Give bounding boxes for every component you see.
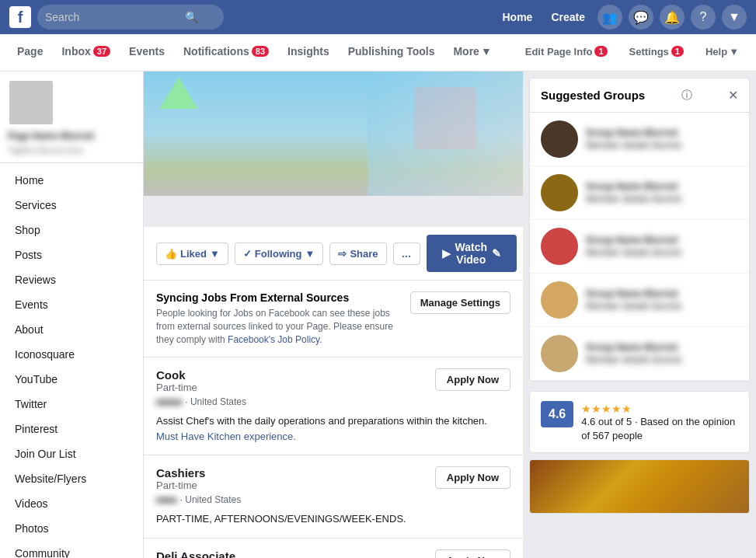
suggested-group-item-4: Group Name Blurred Member details blurre… — [530, 274, 749, 327]
messenger-icon[interactable]: 💬 — [629, 5, 653, 30]
job-info-cook: Cook Part-time ■■■■■ · United States — [156, 368, 246, 407]
sidebar-item-join-our-list[interactable]: Join Our List — [0, 441, 143, 466]
tab-more[interactable]: More ▼ — [444, 34, 500, 71]
apply-button-cashiers[interactable]: Apply Now — [435, 466, 510, 489]
create-nav-link[interactable]: Create — [545, 8, 591, 26]
top-nav-right: Home Create 👥 💬 🔔 ? ▼ — [496, 5, 747, 30]
page-tab-bar: Page Inbox 37 Events Notifications 83 In… — [0, 34, 756, 71]
tab-inbox[interactable]: Inbox 37 — [52, 34, 120, 71]
following-button[interactable]: ✓ Following ▼ — [235, 242, 324, 265]
following-chevron-icon: ▼ — [305, 248, 315, 260]
bell-icon[interactable]: 🔔 — [660, 5, 685, 30]
must-have-link[interactable]: Must Have Kitchen experience. — [156, 431, 296, 442]
group-avatar-3 — [541, 228, 578, 265]
job-policy-link[interactable]: Facebook's Job Policy. — [228, 334, 322, 345]
search-bar-container: 🔍 — [37, 5, 224, 30]
sidebar-item-services[interactable]: Services — [0, 193, 143, 218]
share-icon: ⇨ — [338, 248, 347, 260]
chevron-down-icon[interactable]: ▼ — [722, 5, 747, 30]
tab-publishing-tools[interactable]: Publishing Tools — [339, 34, 444, 71]
right-sidebar: Suggested Groups ⓘ ✕ Group Name Blurred … — [523, 71, 756, 558]
info-icon: ⓘ — [681, 89, 692, 103]
home-nav-link[interactable]: Home — [496, 8, 539, 26]
following-check-icon: ✓ — [243, 248, 252, 260]
sidebar-item-reviews[interactable]: Reviews — [0, 267, 143, 292]
watch-video-button[interactable]: ▶ Watch Video ✎ — [427, 235, 517, 272]
job-info-cashiers: Cashiers Part-time ■■■■ · United States — [156, 466, 241, 505]
sidebar-item-posts[interactable]: Posts — [0, 242, 143, 267]
syncing-title: Syncing Jobs From External Sources — [156, 291, 401, 304]
job-company-cashiers: ■■■■ — [156, 495, 177, 504]
sidebar-item-youtube[interactable]: YouTube — [0, 367, 143, 392]
job-type-cook: Part-time — [156, 382, 246, 393]
sidebar: Page Name Blurred Tagline blurred here H… — [0, 71, 144, 558]
job-type-cashiers: Part-time — [156, 480, 241, 491]
job-company-cook: ■■■■■ — [156, 397, 182, 406]
group-info-2: Group Name Blurred Member details blurre… — [586, 181, 738, 204]
suggested-group-item-5: Group Name Blurred Member details blurre… — [530, 327, 749, 381]
group-avatar-2 — [541, 174, 578, 211]
search-input[interactable] — [45, 11, 185, 23]
sidebar-item-about[interactable]: About — [0, 317, 143, 342]
page-name: Page Name Blurred — [8, 131, 135, 143]
job-card-cook: Cook Part-time ■■■■■ · United States App… — [144, 357, 523, 455]
group-info-4: Group Name Blurred Member details blurre… — [586, 288, 738, 312]
sidebar-item-twitter[interactable]: Twitter — [0, 392, 143, 417]
rating-text: 4.6 out of 5 · Based on the opinion of 5… — [581, 415, 738, 443]
group-name-5: Group Name Blurred — [586, 342, 738, 353]
more-options-button[interactable]: … — [393, 242, 420, 265]
group-name-2: Group Name Blurred — [586, 181, 738, 192]
rating-details: ★★★★★ 4.6 out of 5 · Based on the opinio… — [581, 401, 738, 443]
apply-button-cook[interactable]: Apply Now — [435, 368, 510, 391]
tab-page[interactable]: Page — [8, 34, 52, 71]
sidebar-item-community[interactable]: Community — [0, 541, 143, 558]
settings-badge: 1 — [671, 46, 684, 57]
manage-settings-button[interactable]: Manage Settings — [410, 291, 510, 314]
sidebar-nav: Home Services Shop Posts Reviews Events … — [0, 163, 143, 558]
sidebar-item-pinterest[interactable]: Pinterest — [0, 417, 143, 441]
tab-help[interactable]: Help ▼ — [696, 34, 748, 71]
sidebar-item-events[interactable]: Events — [0, 292, 143, 317]
group-avatar-5 — [541, 335, 578, 372]
sidebar-item-videos[interactable]: Videos — [0, 491, 143, 516]
group-meta-4: Member details blurred — [586, 301, 738, 312]
tab-insights[interactable]: Insights — [278, 34, 339, 71]
help-icon[interactable]: ? — [691, 5, 716, 30]
sidebar-item-photos[interactable]: Photos — [0, 516, 143, 541]
cover-right — [368, 71, 523, 196]
apply-button-deli[interactable]: Apply Now — [435, 549, 510, 558]
sidebar-profile: Page Name Blurred Tagline blurred here — [0, 71, 143, 163]
sidebar-item-iconosquare[interactable]: Iconosquare — [0, 342, 143, 367]
facebook-logo: f — [9, 6, 31, 28]
share-button[interactable]: ⇨ Share — [329, 242, 386, 265]
syncing-banner: Syncing Jobs From External Sources Peopl… — [144, 281, 523, 357]
suggested-groups-title: Suggested Groups — [541, 89, 645, 102]
cover-photo — [144, 71, 523, 196]
group-info-3: Group Name Blurred Member details blurre… — [586, 235, 738, 258]
sidebar-item-shop[interactable]: Shop — [0, 218, 143, 242]
thumbs-up-icon: 👍 — [165, 248, 177, 260]
group-info-5: Group Name Blurred Member details blurre… — [586, 342, 738, 365]
suggested-group-item-1: Group Name Blurred Member details blurre… — [530, 113, 749, 166]
suggested-group-item-2: Group Name Blurred Member details blurre… — [530, 166, 749, 220]
tab-notifications[interactable]: Notifications 83 — [174, 34, 278, 71]
dropdown-chevron-icon: ▼ — [210, 248, 220, 260]
tab-settings[interactable]: Settings 1 — [620, 34, 693, 71]
search-icon: 🔍 — [185, 11, 198, 23]
sidebar-item-website-flyers[interactable]: Website/Flyers — [0, 466, 143, 491]
syncing-text: Syncing Jobs From External Sources Peopl… — [156, 291, 401, 346]
group-name-1: Group Name Blurred — [586, 127, 738, 138]
group-avatar-1 — [541, 120, 578, 158]
people-icon[interactable]: 👥 — [597, 5, 622, 30]
tab-edit-page-info[interactable]: Edit Page Info 1 — [516, 34, 617, 71]
video-icon: ▶ — [442, 247, 451, 260]
job-header-deli: Deli Associate Part-time ■■■■ · United S… — [156, 549, 510, 558]
tab-events[interactable]: Events — [120, 34, 174, 71]
job-card-cashiers: Cashiers Part-time ■■■■ · United States … — [144, 455, 523, 539]
edit-page-badge: 1 — [594, 46, 607, 57]
liked-button[interactable]: 👍 Liked ▼ — [156, 242, 228, 265]
close-suggested-groups-button[interactable]: ✕ — [728, 88, 738, 103]
sidebar-item-home[interactable]: Home — [0, 168, 143, 193]
group-name-4: Group Name Blurred — [586, 288, 738, 299]
rating-score-badge: 4.6 — [541, 401, 573, 427]
